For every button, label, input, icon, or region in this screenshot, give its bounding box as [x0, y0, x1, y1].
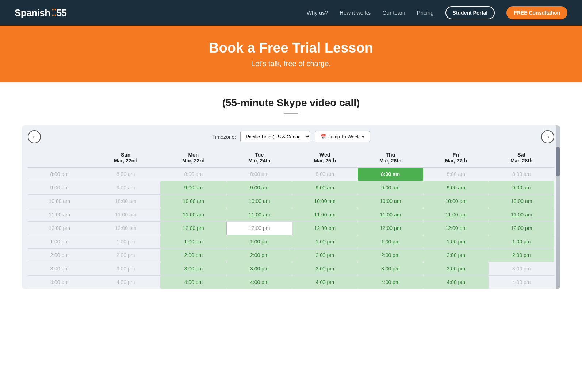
- time-slot: 4:00 pm: [91, 276, 160, 289]
- time-slot[interactable]: 4:00 pm: [160, 276, 227, 289]
- time-slot[interactable]: 4:00 pm: [423, 276, 489, 289]
- time-slot[interactable]: 12:00 pm: [358, 222, 423, 235]
- time-slot: 2:00 pm: [91, 249, 160, 262]
- free-consultation-button[interactable]: FREE Consultation: [506, 6, 567, 19]
- time-slot[interactable]: 2:00 pm: [160, 249, 227, 262]
- time-slot[interactable]: 4:00 pm: [358, 276, 423, 289]
- time-slot[interactable]: 10:00 am: [292, 195, 357, 208]
- time-slot: 8:00 am: [423, 168, 489, 181]
- table-row: 11:00 am11:00 am11:00 am11:00 am11:00 am…: [28, 208, 554, 222]
- col-wed: WedMar, 25th: [292, 148, 357, 168]
- time-slot[interactable]: 9:00 am: [160, 181, 227, 195]
- time-slot[interactable]: 1:00 pm: [489, 235, 554, 249]
- calendar-table: SunMar, 22nd MonMar, 23rd TueMar, 24th W…: [28, 148, 554, 289]
- time-slot: 8:00 am: [292, 168, 357, 181]
- time-label: 10:00 am: [28, 195, 91, 208]
- time-slot[interactable]: 11:00 am: [358, 208, 423, 222]
- time-label: 9:00 am: [28, 181, 91, 195]
- col-thu: ThuMar, 26th: [358, 148, 423, 168]
- time-column-header: [28, 148, 91, 168]
- hero-title: Book a Free Trial Lesson: [7, 40, 575, 56]
- col-sun: SunMar, 22nd: [91, 148, 160, 168]
- time-slot[interactable]: 3:00 pm: [358, 262, 423, 276]
- scroll-thumb[interactable]: [556, 147, 560, 176]
- time-slot[interactable]: 10:00 am: [160, 195, 227, 208]
- time-slot[interactable]: 10:00 am: [358, 195, 423, 208]
- student-portal-button[interactable]: Student Portal: [445, 6, 495, 19]
- time-slot[interactable]: 1:00 pm: [292, 235, 357, 249]
- table-row: 8:00 am8:00 am8:00 am8:00 am8:00 am8:00 …: [28, 168, 554, 181]
- time-label: 2:00 pm: [28, 249, 91, 262]
- time-label: 11:00 am: [28, 208, 91, 222]
- time-slot[interactable]: 2:00 pm: [358, 249, 423, 262]
- time-slot[interactable]: 11:00 am: [489, 208, 554, 222]
- time-slot[interactable]: 3:00 pm: [160, 262, 227, 276]
- nav-our-team[interactable]: Our team: [382, 9, 405, 16]
- time-slot[interactable]: 12:00 pm: [227, 222, 292, 235]
- time-slot[interactable]: 11:00 am: [160, 208, 227, 222]
- time-slot[interactable]: 10:00 am: [489, 195, 554, 208]
- time-slot[interactable]: 11:00 am: [423, 208, 489, 222]
- calendar-header-row: SunMar, 22nd MonMar, 23rd TueMar, 24th W…: [28, 148, 554, 168]
- time-slot: 9:00 am: [91, 181, 160, 195]
- time-slot: 8:00 am: [227, 168, 292, 181]
- time-slot: 8:00 am: [91, 168, 160, 181]
- time-slot[interactable]: 12:00 pm: [292, 222, 357, 235]
- time-slot[interactable]: 9:00 am: [423, 181, 489, 195]
- time-slot: 8:00 am: [489, 168, 554, 181]
- calendar-icon: 📅: [320, 134, 326, 139]
- scrollbar[interactable]: [556, 125, 560, 289]
- time-slot[interactable]: 11:00 am: [227, 208, 292, 222]
- time-slot[interactable]: 4:00 pm: [227, 276, 292, 289]
- table-row: 12:00 pm12:00 pm12:00 pm12:00 pm12:00 pm…: [28, 222, 554, 235]
- time-slot[interactable]: 2:00 pm: [489, 249, 554, 262]
- col-sat: SatMar, 28th: [489, 148, 554, 168]
- logo-dots: ⁚⁚: [51, 7, 57, 19]
- time-slot[interactable]: 9:00 am: [227, 181, 292, 195]
- navbar: Spanish⁚⁚55 Why us? How it works Our tea…: [0, 0, 582, 26]
- time-slot[interactable]: 12:00 pm: [489, 222, 554, 235]
- time-slot[interactable]: 3:00 pm: [423, 262, 489, 276]
- time-slot[interactable]: 10:00 am: [423, 195, 489, 208]
- time-slot: 3:00 pm: [91, 262, 160, 276]
- time-slot[interactable]: 12:00 pm: [160, 222, 227, 235]
- time-slot[interactable]: 1:00 pm: [160, 235, 227, 249]
- time-slot[interactable]: 9:00 am: [358, 181, 423, 195]
- time-slot: 11:00 am: [91, 208, 160, 222]
- table-row: 10:00 am10:00 am10:00 am10:00 am10:00 am…: [28, 195, 554, 208]
- time-slot[interactable]: 10:00 am: [227, 195, 292, 208]
- timezone-select[interactable]: Pacific Time (US & Canac: [240, 131, 310, 142]
- time-slot[interactable]: 8:00 am: [358, 168, 423, 181]
- time-label: 12:00 pm: [28, 222, 91, 235]
- col-mon: MonMar, 23rd: [160, 148, 227, 168]
- time-slot[interactable]: 9:00 am: [489, 181, 554, 195]
- time-slot[interactable]: 1:00 pm: [227, 235, 292, 249]
- col-fri: FriMar, 27th: [423, 148, 489, 168]
- time-slot[interactable]: 11:00 am: [292, 208, 357, 222]
- next-week-button[interactable]: →: [541, 130, 554, 143]
- time-slot[interactable]: 3:00 pm: [227, 262, 292, 276]
- nav-why-us[interactable]: Why us?: [307, 9, 328, 16]
- time-slot: 10:00 am: [91, 195, 160, 208]
- time-slot: 4:00 pm: [489, 276, 554, 289]
- time-slot[interactable]: 2:00 pm: [292, 249, 357, 262]
- col-tue: TueMar, 24th: [227, 148, 292, 168]
- time-slot[interactable]: 3:00 pm: [292, 262, 357, 276]
- time-slot[interactable]: 12:00 pm: [423, 222, 489, 235]
- table-row: 1:00 pm1:00 pm1:00 pm1:00 pm1:00 pm1:00 …: [28, 235, 554, 249]
- prev-week-button[interactable]: ←: [28, 130, 41, 143]
- time-slot: 1:00 pm: [91, 235, 160, 249]
- time-slot: 8:00 am: [160, 168, 227, 181]
- jump-to-week-button[interactable]: 📅 Jump To Week ▾: [315, 131, 370, 142]
- time-label: 3:00 pm: [28, 262, 91, 276]
- time-slot[interactable]: 1:00 pm: [423, 235, 489, 249]
- time-slot[interactable]: 4:00 pm: [292, 276, 357, 289]
- time-slot[interactable]: 1:00 pm: [358, 235, 423, 249]
- nav-how-it-works[interactable]: How it works: [340, 9, 371, 16]
- time-slot[interactable]: 9:00 am: [292, 181, 357, 195]
- time-slot: 3:00 pm: [489, 262, 554, 276]
- time-slot[interactable]: 2:00 pm: [227, 249, 292, 262]
- time-slot[interactable]: 2:00 pm: [423, 249, 489, 262]
- nav-pricing[interactable]: Pricing: [417, 9, 434, 16]
- time-label: 1:00 pm: [28, 235, 91, 249]
